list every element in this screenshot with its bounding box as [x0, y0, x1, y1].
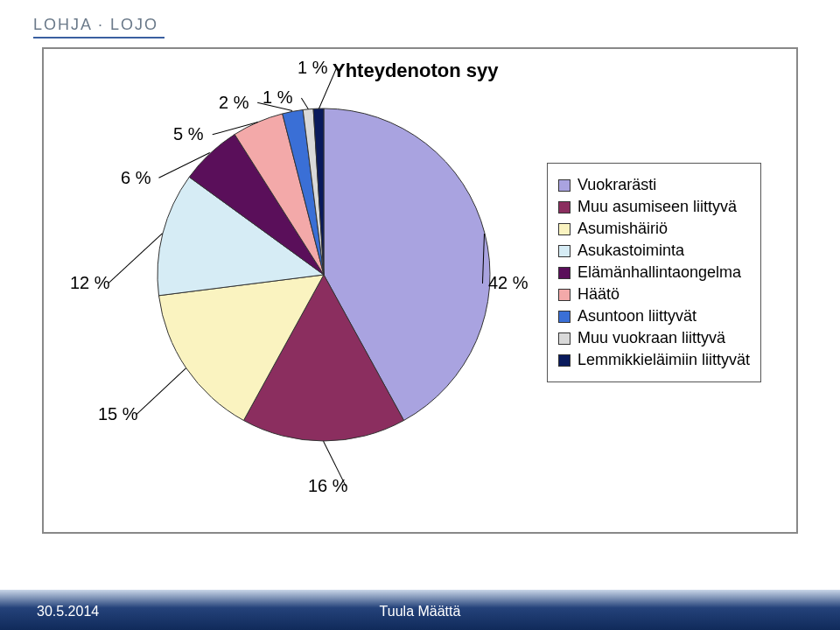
legend-item: Elämänhallintaongelma: [558, 263, 750, 282]
legend-swatch: [558, 311, 570, 323]
legend-item: Vuokrarästi: [558, 176, 750, 194]
legend-label: Vuokrarästi: [578, 176, 656, 194]
brand-underline: [33, 37, 164, 38]
data-label: 42 %: [488, 273, 528, 293]
legend-item: Lemmikkieläimiin liittyvät: [558, 351, 750, 369]
legend-label: Asuntoon liittyvät: [578, 307, 696, 326]
legend-swatch: [558, 245, 570, 257]
legend-label: Häätö: [578, 285, 620, 304]
legend-swatch: [558, 179, 570, 192]
footer-date: 30.5.2014: [37, 604, 99, 620]
legend-item: Asukastoiminta: [558, 242, 750, 260]
legend-item: Häätö: [558, 285, 750, 304]
data-label: 6 %: [121, 168, 150, 188]
data-label: 1 %: [262, 88, 292, 108]
chart-title: Yhteydenoton syy: [332, 60, 498, 82]
legend-swatch: [558, 289, 570, 301]
data-label: 5 %: [173, 124, 203, 144]
legend-label: Muu asumiseen liittyvä: [578, 198, 737, 216]
footer-author: Tuula Määttä: [380, 604, 461, 620]
legend: VuokrarästiMuu asumiseen liittyväAsumish…: [547, 163, 761, 382]
pie-chart: [149, 100, 499, 450]
data-label: 2 %: [219, 93, 248, 113]
legend-swatch: [558, 267, 570, 279]
legend-label: Elämänhallintaongelma: [578, 263, 741, 282]
chart-frame: Yhteydenoton syy 42 %16 %15 %12 %6 %5 %2…: [42, 47, 798, 534]
legend-item: Asuntoon liittyvät: [558, 307, 750, 326]
data-label: 15 %: [98, 404, 138, 424]
legend-item: Muu asumiseen liittyvä: [558, 198, 750, 216]
data-label: 12 %: [70, 273, 110, 293]
legend-label: Asukastoiminta: [578, 242, 684, 260]
legend-label: Lemmikkieläimiin liittyvät: [578, 351, 750, 369]
legend-swatch: [558, 354, 570, 367]
legend-item: Asumishäiriö: [558, 220, 750, 238]
legend-swatch: [558, 332, 570, 345]
legend-swatch: [558, 223, 570, 235]
data-label: 1 %: [298, 58, 327, 78]
brand-logo: LOHJA · LOJO: [33, 16, 158, 34]
legend-item: Muu vuokraan liittyvä: [558, 329, 750, 347]
legend-label: Asumishäiriö: [578, 220, 668, 238]
legend-label: Muu vuokraan liittyvä: [578, 329, 725, 347]
legend-swatch: [558, 201, 570, 214]
